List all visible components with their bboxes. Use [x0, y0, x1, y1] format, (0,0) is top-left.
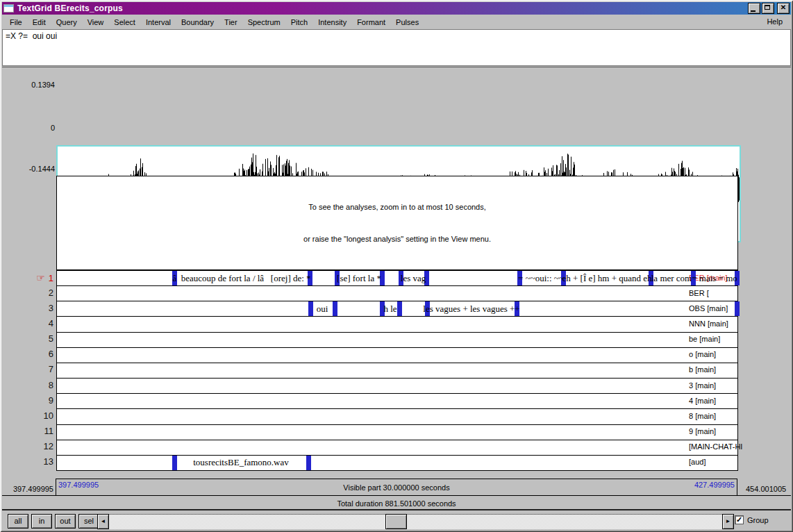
scrollbar-track[interactable]	[109, 514, 722, 529]
minimize-button[interactable]	[748, 3, 760, 14]
tier-row-5[interactable]	[57, 333, 737, 348]
tier-row-2[interactable]	[57, 286, 737, 301]
tier-name-2[interactable]: BER [	[689, 285, 709, 301]
tier-row-6[interactable]	[57, 348, 737, 363]
interval-label[interactable]: tousrecitsBE_famono.wav	[193, 457, 289, 468]
tier-row-1[interactable]: â beaucoup de fort la / lâ [orej] de: *[…	[57, 271, 737, 286]
scroll-right-button[interactable]: ►	[722, 514, 734, 529]
maximize-button[interactable]	[762, 3, 774, 14]
tier-number-6[interactable]: 6	[49, 349, 53, 359]
window-start-time-cell[interactable]: 397.499995	[2, 479, 56, 496]
menu-view[interactable]: View	[83, 16, 110, 28]
tier-number-8[interactable]: 8	[49, 380, 53, 390]
out-button[interactable]: out	[55, 514, 76, 529]
menu-spectrum[interactable]: Spectrum	[243, 16, 286, 28]
tier-name-12[interactable]: [MAIN-CHAT-HI	[689, 439, 742, 454]
interval-text-field[interactable]: =X ?= oui oui	[2, 29, 791, 66]
tier-number-cell-8[interactable]: 8	[2, 378, 53, 393]
tier-number-9[interactable]: 9	[49, 395, 53, 406]
boundary-marker[interactable]	[397, 301, 402, 316]
tier-name-4[interactable]: NNN [main]	[689, 316, 728, 331]
menu-formant[interactable]: Formant	[352, 16, 391, 28]
menu-tier[interactable]: Tier	[219, 16, 243, 28]
window-end-time-cell[interactable]: 454.001005	[737, 479, 791, 496]
tier-number-cell-13[interactable]: 13	[2, 454, 53, 469]
menu-file[interactable]: File	[5, 16, 28, 28]
menu-select[interactable]: Select	[109, 16, 141, 28]
tier-number-10[interactable]: 10	[44, 410, 53, 421]
tier-name-13[interactable]: [aud]	[689, 454, 706, 469]
boundary-marker[interactable]	[308, 301, 313, 316]
tier-name-5[interactable]: be [main]	[689, 331, 720, 347]
tier-row-13[interactable]: tousrecitsBE_famono.wav	[57, 456, 737, 470]
visible-part-bar[interactable]: 397.499995 Visible part 30.000000 second…	[56, 479, 737, 496]
interval-label[interactable]: â beaucoup de fort la / lâ [orej] de: *	[172, 273, 310, 284]
boundary-marker[interactable]	[333, 301, 337, 316]
interval-label[interactable]: [se] fort la *	[337, 273, 381, 284]
interval-label[interactable]: les vagues + les vagues ++	[423, 304, 519, 315]
group-checkbox[interactable]: ✓	[735, 515, 744, 524]
tier-name-8[interactable]: 3 [main]	[689, 378, 716, 393]
scroll-left-button[interactable]: ◄	[97, 514, 109, 529]
tier-number-cell-11[interactable]: 11	[2, 424, 53, 439]
tier-number-cell-5[interactable]: 5	[2, 331, 53, 347]
tier-name-10[interactable]: 8 [main]	[689, 408, 716, 424]
tier-name-6[interactable]: o [main]	[689, 347, 716, 362]
scrollbar-thumb[interactable]	[385, 514, 407, 529]
interval-label[interactable]: la mer com	[651, 273, 692, 284]
tier-number-11[interactable]: 11	[44, 426, 54, 436]
tier-number-13[interactable]: 13	[44, 456, 53, 467]
tier-row-12[interactable]	[57, 440, 737, 456]
total-duration-bar[interactable]: Total duration 881.501000 seconds	[2, 496, 791, 510]
tier-number-4[interactable]: 4	[49, 318, 53, 329]
menu-pulses[interactable]: Pulses	[391, 16, 424, 28]
interval-label[interactable]: = ~~oui:: ~~	[518, 273, 564, 284]
tier-number-3[interactable]: 3	[49, 303, 53, 313]
interval-label[interactable]: eh + [Î e] hm + quand eh	[562, 273, 651, 284]
tier-number-cell-12[interactable]: 12	[2, 439, 53, 454]
tier-number-2[interactable]: 2	[49, 288, 53, 298]
analysis-panel[interactable]: To see the analyses, zoom in to at most …	[56, 176, 738, 270]
tier-name-7[interactable]: b [main]	[689, 362, 716, 377]
tier-number-7[interactable]: 7	[49, 364, 53, 374]
tier-number-cell-7[interactable]: 7	[2, 362, 53, 377]
close-button[interactable]: ✕	[777, 3, 790, 14]
menu-boundary[interactable]: Boundary	[176, 16, 219, 28]
tier-row-4[interactable]	[57, 317, 737, 332]
tier-number-cell-9[interactable]: 9	[2, 393, 53, 408]
tier-number-cell-2[interactable]: 2	[2, 285, 53, 301]
tier-number-cell-6[interactable]: 6	[2, 347, 53, 362]
tier-row-10[interactable]	[57, 409, 737, 424]
tier-row-11[interactable]	[57, 425, 737, 440]
interval-label[interactable]: oui	[317, 304, 328, 315]
boundary-marker[interactable]	[172, 456, 177, 470]
menu-edit[interactable]: Edit	[28, 16, 51, 28]
menu-pitch[interactable]: Pitch	[286, 16, 313, 28]
tier-name-9[interactable]: 4 [main]	[689, 393, 716, 408]
menu-interval[interactable]: Interval	[141, 16, 176, 28]
menu-query[interactable]: Query	[51, 16, 83, 28]
tier-row-3[interactable]: ouih leles vagues + les vagues ++	[57, 301, 737, 317]
interval-label[interactable]: les vag	[401, 273, 426, 284]
boundary-marker[interactable]	[306, 456, 311, 470]
tier-number-12[interactable]: 12	[44, 441, 53, 451]
tier-number-5[interactable]: 5	[49, 333, 53, 344]
tier-name-11[interactable]: 9 [main]	[689, 424, 716, 439]
boundary-marker[interactable]	[735, 301, 740, 316]
menu-intensity[interactable]: Intensity	[313, 16, 352, 28]
interval-label[interactable]: = mais = mo	[692, 273, 737, 284]
tier-row-9[interactable]	[57, 394, 737, 409]
tier-row-7[interactable]	[57, 363, 737, 379]
all-button[interactable]: all	[8, 514, 28, 529]
tier-number-1[interactable]: 1	[49, 273, 53, 283]
title-bar[interactable]: TextGrid BErecits_corpus ✕	[2, 2, 791, 15]
tier-number-cell-1[interactable]: ☞1	[2, 270, 53, 285]
tier-name-3[interactable]: OBS [main]	[689, 301, 728, 316]
interval-label[interactable]: h le	[383, 304, 396, 315]
in-button[interactable]: in	[31, 514, 52, 529]
tier-number-cell-10[interactable]: 10	[2, 408, 53, 424]
menu-help[interactable]: Help	[767, 17, 783, 26]
tier-number-cell-3[interactable]: 3	[2, 301, 53, 316]
tier-number-cell-4[interactable]: 4	[2, 316, 53, 331]
tier-row-8[interactable]	[57, 379, 737, 394]
